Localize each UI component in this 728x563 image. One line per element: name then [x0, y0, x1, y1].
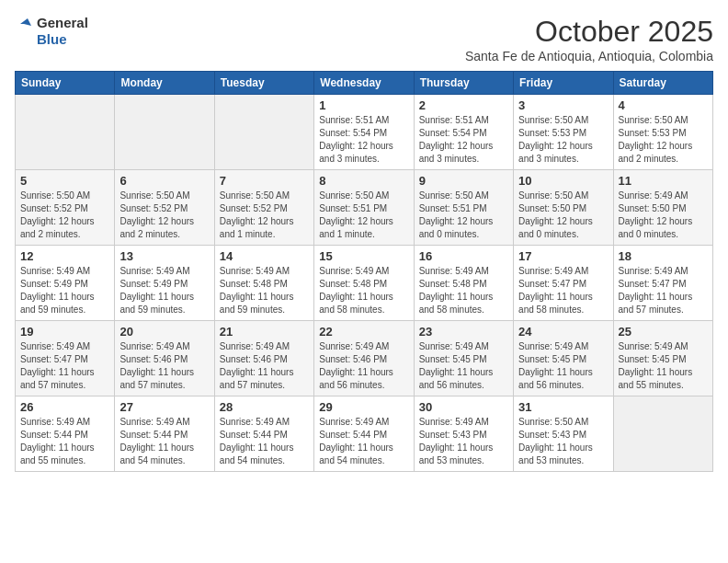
- page-header: General Blue October 2025 Santa Fe de An…: [15, 15, 713, 63]
- day-info: Sunrise: 5:50 AM Sunset: 5:52 PM Dayligh…: [20, 190, 109, 241]
- day-number: 19: [20, 325, 109, 339]
- logo-general: General: [37, 15, 88, 31]
- day-info: Sunrise: 5:49 AM Sunset: 5:49 PM Dayligh…: [119, 265, 209, 316]
- calendar-day-cell: 29Sunrise: 5:49 AM Sunset: 5:44 PM Dayli…: [314, 396, 414, 472]
- day-number: 18: [619, 249, 708, 263]
- calendar-day-cell: 28Sunrise: 5:49 AM Sunset: 5:44 PM Dayli…: [214, 396, 313, 472]
- col-header-monday: Monday: [115, 72, 214, 95]
- day-number: 11: [619, 174, 708, 188]
- day-info: Sunrise: 5:49 AM Sunset: 5:44 PM Dayligh…: [20, 416, 109, 467]
- day-number: 28: [220, 400, 309, 414]
- calendar-day-cell: 13Sunrise: 5:49 AM Sunset: 5:49 PM Dayli…: [115, 246, 214, 321]
- calendar-day-cell: 14Sunrise: 5:49 AM Sunset: 5:48 PM Dayli…: [214, 246, 313, 321]
- title-block: October 2025 Santa Fe de Antioquia, Anti…: [465, 15, 713, 63]
- day-info: Sunrise: 5:49 AM Sunset: 5:46 PM Dayligh…: [220, 340, 309, 392]
- calendar-day-cell: 9Sunrise: 5:50 AM Sunset: 5:51 PM Daylig…: [414, 170, 513, 246]
- calendar-header-row: SundayMondayTuesdayWednesdayThursdayFrid…: [16, 72, 713, 95]
- calendar-day-cell: 15Sunrise: 5:49 AM Sunset: 5:48 PM Dayli…: [314, 246, 414, 321]
- calendar-week-row: 26Sunrise: 5:49 AM Sunset: 5:44 PM Dayli…: [16, 396, 713, 472]
- day-info: Sunrise: 5:49 AM Sunset: 5:43 PM Dayligh…: [419, 416, 508, 467]
- col-header-tuesday: Tuesday: [214, 72, 313, 95]
- calendar-day-cell: 17Sunrise: 5:49 AM Sunset: 5:47 PM Dayli…: [514, 246, 613, 321]
- calendar-day-cell: 12Sunrise: 5:49 AM Sunset: 5:49 PM Dayli…: [16, 246, 115, 321]
- col-header-saturday: Saturday: [613, 72, 712, 95]
- day-info: Sunrise: 5:49 AM Sunset: 5:47 PM Dayligh…: [20, 340, 109, 392]
- col-header-friday: Friday: [514, 72, 613, 95]
- day-number: 7: [220, 174, 309, 188]
- day-number: 5: [20, 174, 109, 188]
- day-number: 6: [119, 174, 209, 188]
- day-number: 21: [220, 325, 309, 339]
- calendar-day-cell: 10Sunrise: 5:50 AM Sunset: 5:50 PM Dayli…: [514, 170, 613, 246]
- day-number: 4: [619, 98, 708, 112]
- calendar-day-cell: 3Sunrise: 5:50 AM Sunset: 5:53 PM Daylig…: [514, 95, 613, 170]
- day-number: 20: [119, 325, 209, 339]
- col-header-sunday: Sunday: [16, 72, 115, 95]
- day-number: 14: [220, 249, 309, 263]
- day-info: Sunrise: 5:49 AM Sunset: 5:47 PM Dayligh…: [619, 265, 708, 316]
- logo: General Blue: [15, 15, 88, 48]
- calendar-day-cell: 24Sunrise: 5:49 AM Sunset: 5:45 PM Dayli…: [514, 321, 613, 396]
- calendar-day-cell: 18Sunrise: 5:49 AM Sunset: 5:47 PM Dayli…: [613, 246, 712, 321]
- col-header-wednesday: Wednesday: [314, 72, 414, 95]
- day-number: 10: [518, 174, 608, 188]
- day-number: 29: [319, 400, 408, 414]
- calendar-day-cell: 30Sunrise: 5:49 AM Sunset: 5:43 PM Dayli…: [414, 396, 513, 472]
- calendar-day-cell: 20Sunrise: 5:49 AM Sunset: 5:46 PM Dayli…: [115, 321, 214, 396]
- calendar-day-cell: 6Sunrise: 5:50 AM Sunset: 5:52 PM Daylig…: [115, 170, 214, 246]
- logo-bird-icon: [15, 15, 33, 48]
- day-number: 25: [619, 325, 708, 339]
- day-number: 17: [518, 249, 608, 263]
- calendar-day-cell: 31Sunrise: 5:50 AM Sunset: 5:43 PM Dayli…: [514, 396, 613, 472]
- calendar-day-cell: 22Sunrise: 5:49 AM Sunset: 5:46 PM Dayli…: [314, 321, 414, 396]
- day-info: Sunrise: 5:49 AM Sunset: 5:45 PM Dayligh…: [518, 340, 608, 392]
- day-info: Sunrise: 5:50 AM Sunset: 5:52 PM Dayligh…: [220, 190, 309, 241]
- day-info: Sunrise: 5:50 AM Sunset: 5:53 PM Dayligh…: [518, 114, 608, 166]
- day-info: Sunrise: 5:49 AM Sunset: 5:48 PM Dayligh…: [220, 265, 309, 316]
- day-info: Sunrise: 5:51 AM Sunset: 5:54 PM Dayligh…: [319, 114, 408, 166]
- location: Santa Fe de Antioquia, Antioquia, Colomb…: [465, 49, 713, 63]
- calendar-day-cell: 1Sunrise: 5:51 AM Sunset: 5:54 PM Daylig…: [314, 95, 414, 170]
- day-info: Sunrise: 5:50 AM Sunset: 5:50 PM Dayligh…: [518, 190, 608, 241]
- col-header-thursday: Thursday: [414, 72, 513, 95]
- calendar-day-cell: 16Sunrise: 5:49 AM Sunset: 5:48 PM Dayli…: [414, 246, 513, 321]
- day-info: Sunrise: 5:50 AM Sunset: 5:52 PM Dayligh…: [119, 190, 209, 241]
- calendar-table: SundayMondayTuesdayWednesdayThursdayFrid…: [15, 71, 713, 472]
- day-number: 24: [518, 325, 608, 339]
- day-info: Sunrise: 5:49 AM Sunset: 5:46 PM Dayligh…: [319, 340, 408, 392]
- calendar-week-row: 12Sunrise: 5:49 AM Sunset: 5:49 PM Dayli…: [16, 246, 713, 321]
- day-number: 27: [119, 400, 209, 414]
- day-number: 13: [119, 249, 209, 263]
- calendar-day-cell: 8Sunrise: 5:50 AM Sunset: 5:51 PM Daylig…: [314, 170, 414, 246]
- logo-blue: Blue: [37, 31, 88, 48]
- calendar-day-cell: 11Sunrise: 5:49 AM Sunset: 5:50 PM Dayli…: [613, 170, 712, 246]
- day-info: Sunrise: 5:51 AM Sunset: 5:54 PM Dayligh…: [419, 114, 508, 166]
- day-info: Sunrise: 5:49 AM Sunset: 5:50 PM Dayligh…: [619, 190, 708, 241]
- day-number: 23: [419, 325, 508, 339]
- calendar-day-cell: 23Sunrise: 5:49 AM Sunset: 5:45 PM Dayli…: [414, 321, 513, 396]
- calendar-day-cell: 7Sunrise: 5:50 AM Sunset: 5:52 PM Daylig…: [214, 170, 313, 246]
- day-info: Sunrise: 5:50 AM Sunset: 5:43 PM Dayligh…: [518, 416, 608, 467]
- day-number: 3: [518, 98, 608, 112]
- day-number: 15: [319, 249, 408, 263]
- day-number: 8: [319, 174, 408, 188]
- calendar-day-cell: [613, 396, 712, 472]
- day-info: Sunrise: 5:49 AM Sunset: 5:47 PM Dayligh…: [518, 265, 608, 316]
- calendar-day-cell: 27Sunrise: 5:49 AM Sunset: 5:44 PM Dayli…: [115, 396, 214, 472]
- day-info: Sunrise: 5:49 AM Sunset: 5:49 PM Dayligh…: [20, 265, 109, 316]
- calendar-day-cell: 21Sunrise: 5:49 AM Sunset: 5:46 PM Dayli…: [214, 321, 313, 396]
- calendar-day-cell: [115, 95, 214, 170]
- day-number: 31: [518, 400, 608, 414]
- day-info: Sunrise: 5:49 AM Sunset: 5:44 PM Dayligh…: [319, 416, 408, 467]
- day-info: Sunrise: 5:49 AM Sunset: 5:46 PM Dayligh…: [119, 340, 209, 392]
- day-info: Sunrise: 5:49 AM Sunset: 5:44 PM Dayligh…: [220, 416, 309, 467]
- day-info: Sunrise: 5:49 AM Sunset: 5:48 PM Dayligh…: [319, 265, 408, 316]
- calendar-day-cell: 5Sunrise: 5:50 AM Sunset: 5:52 PM Daylig…: [16, 170, 115, 246]
- calendar-day-cell: [214, 95, 313, 170]
- calendar-day-cell: [16, 95, 115, 170]
- day-info: Sunrise: 5:49 AM Sunset: 5:45 PM Dayligh…: [419, 340, 508, 392]
- day-info: Sunrise: 5:50 AM Sunset: 5:51 PM Dayligh…: [419, 190, 508, 241]
- day-number: 12: [20, 249, 109, 263]
- month-year: October 2025: [465, 15, 713, 49]
- day-number: 30: [419, 400, 508, 414]
